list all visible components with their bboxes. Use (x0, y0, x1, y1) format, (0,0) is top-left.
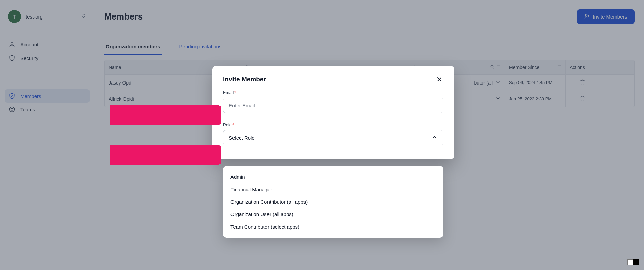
email-input[interactable] (223, 98, 443, 113)
option-label: Admin (230, 174, 245, 180)
label-text: Role (223, 123, 232, 127)
role-label: Role* (223, 123, 443, 127)
select-placeholder: Select Role (229, 135, 255, 141)
chevron-up-icon (432, 134, 438, 141)
close-icon[interactable] (435, 75, 443, 83)
option-label: Organization Contributor (all apps) (230, 199, 308, 205)
option-label: Financial Manager (230, 187, 272, 192)
role-option-org-contributor[interactable]: Organization Contributor (all apps) (223, 196, 443, 208)
option-label: Team Contributor (select apps) (230, 224, 299, 230)
label-text: Email (223, 90, 234, 95)
modal-title: Invite Member (223, 76, 266, 83)
role-select[interactable]: Select Role (223, 130, 443, 145)
role-option-team-contributor[interactable]: Team Contributor (select apps) (223, 221, 443, 233)
option-label: Organization User (all apps) (230, 211, 293, 217)
role-dropdown: Admin Financial Manager Organization Con… (223, 166, 443, 238)
role-option-financial-manager[interactable]: Financial Manager (223, 183, 443, 196)
role-option-admin[interactable]: Admin (223, 171, 443, 183)
email-label: Email* (223, 90, 443, 95)
corner-decoration (627, 259, 639, 265)
role-option-org-user[interactable]: Organization User (all apps) (223, 208, 443, 221)
modal-header: Invite Member (223, 75, 443, 83)
invite-member-modal: Invite Member Email* Role* Select Role (212, 66, 454, 159)
